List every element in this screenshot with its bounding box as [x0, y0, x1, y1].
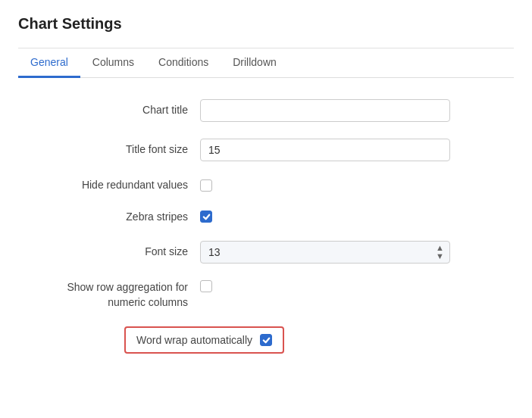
zebra-stripes-control — [200, 211, 499, 223]
show-row-agg-label-line2: numeric columns — [108, 296, 188, 308]
font-size-label: Font size — [33, 245, 200, 260]
tab-general[interactable]: General — [18, 48, 80, 78]
title-font-size-control — [200, 139, 499, 161]
form-area: Chart title Title font size Hide redunda… — [18, 99, 514, 354]
zebra-stripes-row: Zebra stripes — [33, 210, 499, 225]
hide-redundant-checkbox-wrapper — [200, 179, 499, 192]
title-font-size-input[interactable] — [200, 139, 450, 161]
show-row-agg-row: Show row aggregation for numeric columns — [33, 280, 499, 310]
show-row-agg-checkbox-wrapper — [200, 280, 499, 292]
font-size-control: 13 11 12 14 15 16 ▲ ▼ — [200, 241, 499, 264]
show-row-agg-checkbox[interactable] — [200, 280, 212, 292]
chart-settings-panel: Chart Settings General Columns Condition… — [0, 0, 532, 418]
word-wrap-row: Word wrap automatically — [33, 326, 499, 354]
zebra-stripes-label: Zebra stripes — [33, 210, 200, 225]
font-size-select[interactable]: 13 11 12 14 15 16 — [200, 241, 450, 264]
chart-title-label: Chart title — [33, 103, 200, 118]
tab-drilldown[interactable]: Drilldown — [221, 48, 289, 78]
hide-redundant-checkbox[interactable] — [200, 179, 212, 192]
word-wrap-checkbox[interactable] — [260, 334, 272, 346]
hide-redundant-label: Hide redundant values — [33, 178, 200, 193]
show-row-agg-label-line1: Show row aggregation for — [67, 281, 188, 293]
chart-title-input[interactable] — [200, 99, 450, 122]
chart-title-row: Chart title — [33, 99, 499, 122]
hide-redundant-row: Hide redundant values — [33, 178, 499, 193]
font-size-select-wrapper: 13 11 12 14 15 16 ▲ ▼ — [200, 241, 450, 264]
show-row-agg-label: Show row aggregation for numeric columns — [33, 280, 200, 310]
tabs-bar: General Columns Conditions Drilldown — [18, 48, 514, 78]
zebra-stripes-checkbox-wrapper — [200, 211, 499, 223]
title-font-size-row: Title font size — [33, 139, 499, 161]
zebra-stripes-checkbox[interactable] — [200, 211, 212, 223]
title-font-size-label: Title font size — [33, 142, 200, 158]
page-title: Chart Settings — [18, 15, 514, 33]
hide-redundant-control — [200, 179, 499, 192]
show-row-agg-control — [200, 280, 499, 292]
word-wrap-highlight-box: Word wrap automatically — [124, 326, 284, 354]
tab-columns[interactable]: Columns — [80, 48, 146, 78]
word-wrap-label: Word wrap automatically — [136, 334, 252, 346]
chart-title-control — [200, 99, 499, 122]
tab-conditions[interactable]: Conditions — [146, 48, 221, 78]
font-size-row: Font size 13 11 12 14 15 16 ▲ ▼ — [33, 241, 499, 264]
